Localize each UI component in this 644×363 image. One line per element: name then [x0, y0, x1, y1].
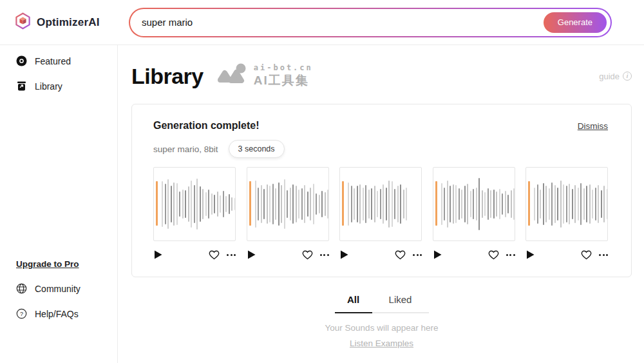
prompt-input[interactable] — [142, 17, 544, 28]
more-button[interactable] — [227, 254, 236, 256]
heart-icon — [488, 250, 499, 260]
play-button[interactable] — [433, 250, 442, 260]
globe-icon — [16, 283, 27, 294]
play-icon — [433, 250, 442, 260]
play-icon — [339, 250, 349, 260]
brand-logo-icon — [14, 12, 32, 32]
upgrade-to-pro-link[interactable]: Upgrade to Pro — [16, 259, 117, 269]
sidebar-item-help[interactable]: ? Help/FAQs — [0, 302, 117, 326]
heart-icon — [302, 250, 313, 260]
sidebar-item-community[interactable]: Community — [0, 277, 117, 300]
empty-message: Your Sounds will appear here — [131, 323, 632, 333]
watermark-caption: AI工具集 — [254, 72, 313, 89]
prompt-field-border: Generate — [129, 8, 612, 37]
ellipsis-icon — [320, 254, 329, 256]
page-title: Library — [131, 64, 204, 89]
track-tile — [433, 167, 515, 261]
track-tile — [526, 167, 608, 261]
play-icon — [153, 250, 163, 260]
ellipsis-icon — [413, 254, 422, 256]
info-icon: i — [623, 72, 632, 81]
heart-icon — [581, 250, 592, 260]
more-button[interactable] — [320, 254, 329, 256]
sidebar-footer: Upgrade to Pro Community — [0, 259, 117, 363]
sidebar-item-label: Community — [35, 284, 80, 294]
brand: OptimizerAI — [0, 12, 115, 32]
tab-underline — [335, 312, 429, 313]
prompt-summary: super mario, 8bit — [153, 144, 218, 154]
svg-text:?: ? — [20, 311, 23, 317]
tab-all[interactable]: All — [335, 294, 372, 312]
sidebar-item-label: Featured — [35, 56, 71, 66]
play-button[interactable] — [526, 250, 535, 260]
library-icon — [16, 81, 27, 92]
generate-button[interactable]: Generate — [544, 12, 607, 33]
ellipsis-icon — [227, 254, 236, 256]
dismiss-link[interactable]: Dismiss — [578, 121, 608, 131]
more-button[interactable] — [506, 254, 515, 256]
more-button[interactable] — [413, 254, 422, 256]
playhead — [156, 181, 158, 226]
watermark-logo-icon — [215, 63, 249, 89]
waveform-tile[interactable] — [433, 167, 515, 241]
like-button[interactable] — [302, 250, 313, 260]
watermark-domain: ai-bot.cn — [254, 63, 313, 72]
generation-card: Generation complete! Dismiss super mario… — [131, 104, 632, 277]
like-button[interactable] — [581, 250, 592, 260]
waveform-tile[interactable] — [526, 167, 608, 241]
heart-icon — [395, 250, 406, 260]
watermark: ai-bot.cn AI工具集 — [215, 63, 313, 89]
guide-link[interactable]: guide i — [599, 72, 632, 81]
play-button[interactable] — [153, 250, 163, 260]
sidebar-item-featured[interactable]: Featured — [0, 49, 117, 73]
sidebar: Featured Library Upgrade to Pro — [0, 45, 118, 363]
sidebar-item-label: Help/FAQs — [35, 309, 79, 319]
ellipsis-icon — [599, 254, 608, 256]
play-button[interactable] — [247, 250, 256, 260]
playhead — [528, 181, 530, 226]
waveform-tile[interactable] — [153, 167, 236, 241]
like-button[interactable] — [209, 250, 220, 260]
question-icon: ? — [16, 308, 27, 319]
app-window: OptimizerAI Generate Featured — [0, 0, 644, 363]
tab-liked[interactable]: Liked — [372, 294, 429, 312]
sidebar-item-label: Library — [35, 81, 62, 92]
track-tile — [247, 167, 329, 261]
topbar: OptimizerAI Generate — [0, 0, 644, 45]
ellipsis-icon — [506, 254, 515, 256]
like-button[interactable] — [488, 250, 499, 260]
play-button[interactable] — [339, 250, 349, 260]
waveform-tile[interactable] — [339, 167, 422, 241]
waveform-tile[interactable] — [247, 167, 329, 241]
sidebar-item-library[interactable]: Library — [0, 74, 117, 98]
featured-icon — [16, 55, 27, 66]
playhead — [249, 181, 251, 226]
listen-examples-link[interactable]: Listen Examples — [131, 338, 632, 348]
play-icon — [247, 250, 256, 260]
card-heading: Generation complete! — [153, 120, 259, 132]
playhead — [342, 181, 344, 226]
main-content: Library ai-bot.cn AI工具集 — [118, 45, 644, 363]
more-button[interactable] — [599, 254, 608, 256]
playhead — [435, 181, 437, 226]
like-button[interactable] — [395, 250, 406, 260]
heart-icon — [209, 250, 220, 260]
tracks-row — [153, 167, 608, 261]
brand-name: OptimizerAI — [37, 16, 100, 29]
track-tile — [153, 167, 236, 261]
duration-badge: 3 seconds — [229, 140, 285, 158]
track-tile — [339, 167, 422, 261]
play-icon — [526, 250, 535, 260]
library-tabs: All Liked — [335, 294, 429, 313]
